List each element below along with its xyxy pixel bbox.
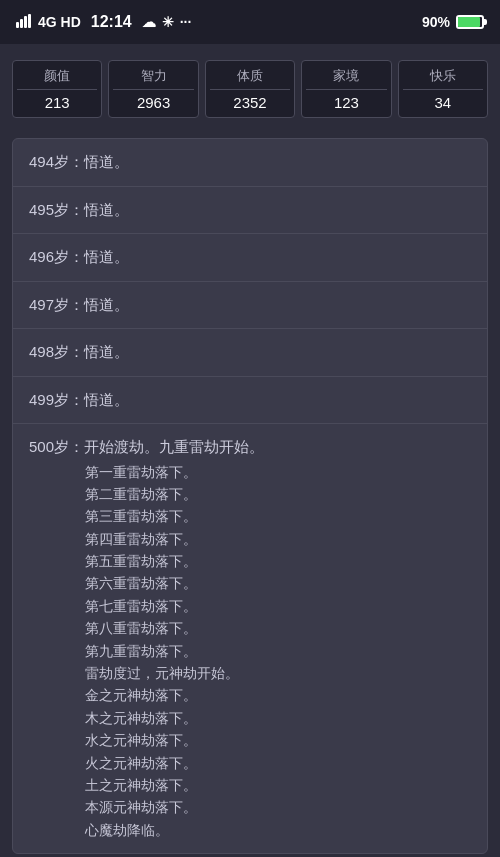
event-text: 悟道。: [84, 201, 129, 218]
stat-label-0: 颜值: [17, 67, 97, 90]
list-item: 494岁：悟道。: [13, 139, 487, 187]
event-line: 第四重雷劫落下。: [85, 528, 471, 550]
time-display: 12:14: [91, 13, 132, 31]
event-year: 494岁：: [29, 153, 84, 170]
event-line: 水之元神劫落下。: [85, 729, 471, 751]
list-item: 497岁：悟道。: [13, 282, 487, 330]
event-text: 悟道。: [84, 248, 129, 265]
stats-grid: 颜值 213 智力 2963 体质 2352 家境 123 快乐 34: [12, 60, 488, 118]
event-year: 496岁：: [29, 248, 84, 265]
event-year: 499岁：: [29, 391, 84, 408]
event-line: 第八重雷劫落下。: [85, 617, 471, 639]
dots-icon: ···: [180, 14, 192, 30]
event-line: 第九重雷劫落下。: [85, 640, 471, 662]
event-text: 悟道。: [84, 391, 129, 408]
svg-rect-2: [24, 16, 27, 28]
stat-label-1: 智力: [113, 67, 193, 90]
event-line: 金之元神劫落下。: [85, 684, 471, 706]
status-left: 4G HD 12:14 ☁ ✳ ···: [16, 13, 191, 31]
stat-box-0: 颜值 213: [12, 60, 102, 118]
event-line: 本源元神劫落下。: [85, 796, 471, 818]
signal-icon: [16, 14, 34, 31]
stat-label-2: 体质: [210, 67, 290, 90]
stat-box-1: 智力 2963: [108, 60, 198, 118]
event-year: 498岁：: [29, 343, 84, 360]
cloud-icon: ☁: [142, 14, 156, 30]
list-item: 500岁：开始渡劫。九重雷劫开始。 第一重雷劫落下。第二重雷劫落下。第三重雷劫落…: [13, 424, 487, 853]
stat-value-2: 2352: [210, 94, 290, 111]
event-year: 495岁：: [29, 201, 84, 218]
event-line: 第六重雷劫落下。: [85, 572, 471, 594]
asterisk-icon: ✳: [162, 14, 174, 30]
battery-percent: 90%: [422, 14, 450, 30]
event-text: 悟道。: [84, 153, 129, 170]
event-line: 火之元神劫落下。: [85, 752, 471, 774]
event-line: 第一重雷劫落下。: [85, 461, 471, 483]
stat-value-0: 213: [17, 94, 97, 111]
event-line: 第二重雷劫落下。: [85, 483, 471, 505]
event-line: 第七重雷劫落下。: [85, 595, 471, 617]
stat-value-1: 2963: [113, 94, 193, 111]
svg-rect-0: [16, 22, 19, 28]
event-line: 木之元神劫落下。: [85, 707, 471, 729]
svg-rect-3: [28, 14, 31, 28]
event-line: 第三重雷劫落下。: [85, 505, 471, 527]
stats-area: 颜值 213 智力 2963 体质 2352 家境 123 快乐 34: [0, 44, 500, 130]
network-type: 4G HD: [38, 14, 81, 30]
event-text: 开始渡劫。九重雷劫开始。: [84, 438, 264, 455]
stat-label-3: 家境: [306, 67, 386, 90]
battery-icon: [456, 15, 484, 29]
event-line: 心魔劫降临。: [85, 819, 471, 841]
event-lines: 第一重雷劫落下。第二重雷劫落下。第三重雷劫落下。第四重雷劫落下。第五重雷劫落下。…: [29, 461, 471, 842]
events-container: 494岁：悟道。495岁：悟道。496岁：悟道。497岁：悟道。498岁：悟道。…: [12, 138, 488, 854]
stat-box-3: 家境 123: [301, 60, 391, 118]
status-right: 90%: [422, 14, 484, 30]
list-item: 498岁：悟道。: [13, 329, 487, 377]
event-year: 500岁：: [29, 438, 84, 455]
list-item: 496岁：悟道。: [13, 234, 487, 282]
stat-box-2: 体质 2352: [205, 60, 295, 118]
status-bar: 4G HD 12:14 ☁ ✳ ··· 90%: [0, 0, 500, 44]
event-line: 土之元神劫落下。: [85, 774, 471, 796]
list-item: 495岁：悟道。: [13, 187, 487, 235]
svg-rect-1: [20, 19, 23, 28]
stat-value-3: 123: [306, 94, 386, 111]
stat-value-4: 34: [403, 94, 483, 111]
event-text: 悟道。: [84, 343, 129, 360]
event-text: 悟道。: [84, 296, 129, 313]
list-item: 499岁：悟道。: [13, 377, 487, 425]
event-line: 雷劫度过，元神劫开始。: [85, 662, 471, 684]
stat-label-4: 快乐: [403, 67, 483, 90]
event-year: 497岁：: [29, 296, 84, 313]
event-line: 第五重雷劫落下。: [85, 550, 471, 572]
stat-box-4: 快乐 34: [398, 60, 488, 118]
